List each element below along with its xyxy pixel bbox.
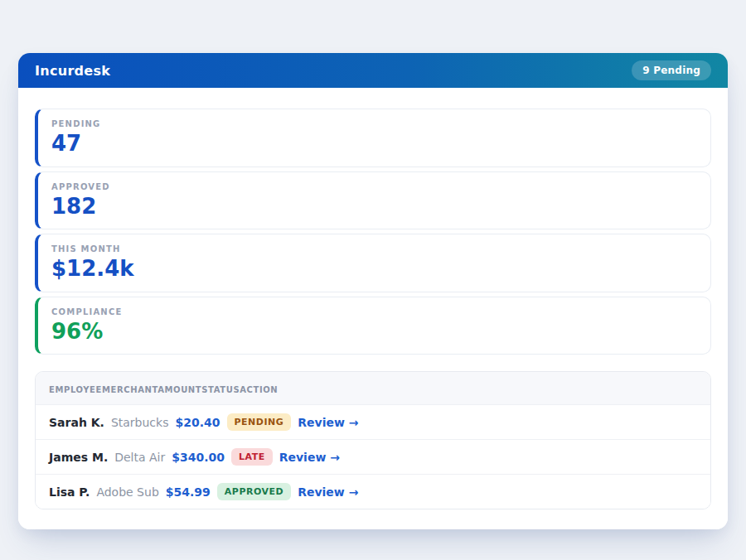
table-row: James M. Delta Air $340.00 LATE Review → xyxy=(36,439,710,474)
expense-amount: $20.40 xyxy=(175,416,220,429)
stat-card-this-month: THIS MONTH $12.4k xyxy=(35,234,711,292)
stat-value: 182 xyxy=(51,195,697,219)
status-badge: PENDING xyxy=(227,413,292,431)
stat-label: THIS MONTH xyxy=(51,244,697,253)
column-header-amount: AMOUNT xyxy=(157,385,201,394)
panel-body: PENDING 47 APPROVED 182 THIS MONTH $12.4… xyxy=(18,88,728,529)
column-header-employee: EMPLOYEE xyxy=(49,385,102,394)
employee-name: James M. xyxy=(49,451,108,464)
employee-name: Lisa P. xyxy=(49,485,90,499)
stat-value: $12.4k xyxy=(51,257,697,281)
merchant-name: Delta Air xyxy=(114,451,165,464)
column-header-status: STATUS xyxy=(201,385,240,394)
stat-label: PENDING xyxy=(51,119,697,128)
column-header-merchant: MERCHANT xyxy=(102,385,157,394)
table-row: Lisa P. Adobe Sub $54.99 APPROVED Review… xyxy=(36,474,710,509)
app-title: Incurdesk xyxy=(35,63,110,79)
expenses-table: EMPLOYEEMERCHANTAMOUNTSTATUSACTION Sarah… xyxy=(35,371,711,509)
merchant-name: Adobe Sub xyxy=(96,485,158,499)
stat-label: COMPLIANCE xyxy=(51,307,697,316)
column-header-action: ACTION xyxy=(240,385,278,394)
expense-amount: $54.99 xyxy=(166,485,211,499)
stat-value: 96% xyxy=(51,320,697,344)
stat-card-compliance: COMPLIANCE 96% xyxy=(35,297,711,355)
stat-card-approved: APPROVED 182 xyxy=(35,171,711,230)
pending-count-badge[interactable]: 9 Pending xyxy=(632,60,711,80)
merchant-name: Starbucks xyxy=(111,416,169,429)
status-badge: LATE xyxy=(231,448,273,466)
table-row: Sarah K. Starbucks $20.40 PENDING Review… xyxy=(36,404,710,439)
stat-card-pending: PENDING 47 xyxy=(35,109,711,167)
stat-label: APPROVED xyxy=(51,182,697,191)
review-link[interactable]: Review → xyxy=(298,485,358,499)
app-panel: Incurdesk 9 Pending PENDING 47 APPROVED … xyxy=(18,53,728,529)
employee-name: Sarah K. xyxy=(49,416,104,429)
stat-value: 47 xyxy=(51,132,697,156)
expense-amount: $340.00 xyxy=(172,451,225,464)
review-link[interactable]: Review → xyxy=(279,451,340,464)
status-badge: APPROVED xyxy=(217,483,291,500)
app-header: Incurdesk 9 Pending xyxy=(18,53,728,88)
table-header-row: EMPLOYEEMERCHANTAMOUNTSTATUSACTION xyxy=(36,372,710,404)
review-link[interactable]: Review → xyxy=(298,416,358,429)
